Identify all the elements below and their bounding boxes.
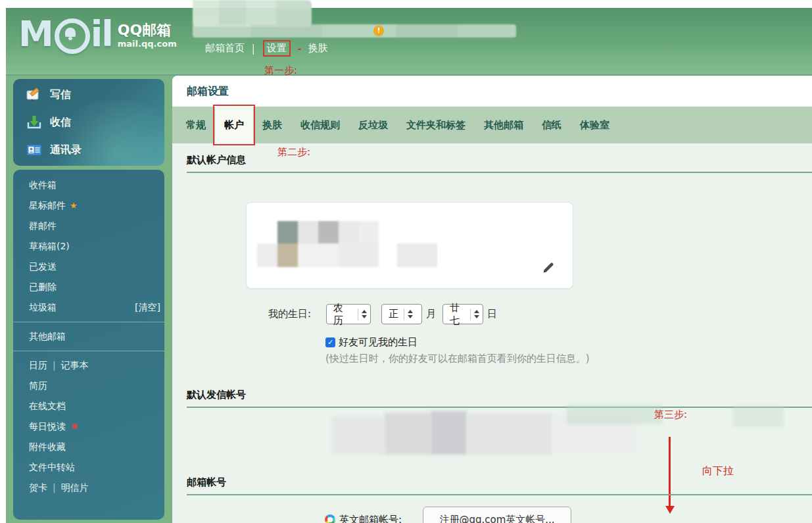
nav-settings-label: 设置 xyxy=(267,42,287,54)
tab-account[interactable]: 帐户 xyxy=(215,107,253,143)
sidebar-item-file-transfer[interactable]: 文件中转站 xyxy=(13,457,164,478)
nav-mail-home-link[interactable]: 邮箱首页 xyxy=(205,42,245,54)
sidebar-item-contacts[interactable]: 通讯录 xyxy=(13,136,164,164)
sidebar-item-receive-mail[interactable]: 收信 xyxy=(13,109,164,136)
scroll-down-arrow xyxy=(669,437,671,507)
attachments-label: 附件收藏 xyxy=(29,441,66,452)
mini-separator: | xyxy=(53,360,56,370)
english-account-row: 英文邮箱帐号: 注册@qq.com英文帐号... xyxy=(325,507,571,523)
birthday-visible-label: 好友可见我的生日 xyxy=(339,336,418,349)
birth-month-value: 正 xyxy=(389,308,398,320)
drafts-label: 草稿箱(2) xyxy=(29,241,70,251)
receive-mail-label: 收信 xyxy=(50,116,71,130)
brand-domain: mail.qq.com xyxy=(118,39,177,49)
sidebar-item-trash[interactable]: [清空] 垃圾箱 xyxy=(13,297,164,318)
inbox-arrow-icon xyxy=(26,114,42,130)
sidebar-item-cards: 贺卡|明信片 xyxy=(13,478,164,498)
qqmail-settings-page: M il QQ邮箱 mail.qq.com 邮箱首页 | 设置 - 换肤 第一步… xyxy=(0,0,812,523)
resume-label: 简历 xyxy=(29,380,47,391)
tab-antispam[interactable]: 反垃圾 xyxy=(349,107,397,143)
birthday-visibility-row: ✓ 好友可见我的生日 xyxy=(325,336,418,349)
birthday-visible-checkbox[interactable]: ✓ xyxy=(325,337,335,347)
calendar-type-value: 农历 xyxy=(333,302,352,327)
sidebar-item-inbox[interactable]: 收件箱 xyxy=(13,175,164,195)
nav-settings-link-annotated[interactable]: 设置 xyxy=(263,40,291,57)
sidebar-item-calendar-notes: 日历|记事本 xyxy=(13,355,164,376)
tab-lab[interactable]: 体验室 xyxy=(571,107,619,143)
settings-main-panel: 邮箱设置 常规 帐户 换肤 收信规则 反垃圾 文件夹和标签 其他邮箱 信纸 体验… xyxy=(172,76,812,523)
tab-skin[interactable]: 换肤 xyxy=(253,107,291,143)
logo-bell-icon xyxy=(55,18,90,54)
sidebar-item-online-docs[interactable]: 在线文档 xyxy=(13,396,164,416)
notes-link[interactable]: 记事本 xyxy=(61,360,89,370)
logo-letter-m: M xyxy=(18,16,53,52)
register-english-account-button[interactable]: 注册@qq.com英文帐号... xyxy=(423,507,571,523)
birth-month-select[interactable]: 正 xyxy=(381,304,422,324)
section-heading-default-sender: 默认发信帐号 xyxy=(187,389,812,408)
group-mail-label: 群邮件 xyxy=(29,220,57,231)
greeting-card-link[interactable]: 贺卡 xyxy=(29,482,47,493)
warning-icon[interactable]: ! xyxy=(373,26,384,36)
trash-label: 垃圾箱 xyxy=(29,302,57,312)
sidebar-item-group-mail[interactable]: 群邮件 xyxy=(13,216,164,236)
title-row: 邮箱设置 xyxy=(172,76,812,107)
tab-mail-rules[interactable]: 收信规则 xyxy=(291,107,349,143)
tab-other-mailbox[interactable]: 其他邮箱 xyxy=(475,107,533,143)
calendar-type-select[interactable]: 农历 xyxy=(326,304,371,324)
write-mail-label: 写信 xyxy=(50,88,71,102)
starred-label: 星标邮件 xyxy=(29,200,66,211)
header-nav: 邮箱首页 | 设置 - 换肤 xyxy=(205,40,327,57)
redacted-user-info-blur xyxy=(193,0,312,27)
contacts-card-icon xyxy=(26,142,42,158)
nav-skin-link[interactable]: 换肤 xyxy=(308,42,327,54)
birthday-label: 我的生日: xyxy=(268,308,311,320)
section-heading-mail-account: 邮箱帐号 xyxy=(187,476,812,495)
select-spinner-icon xyxy=(474,310,479,318)
annotation-step3: 第三步: xyxy=(654,409,687,421)
day-unit-label: 日 xyxy=(487,308,497,320)
sidebar-item-write-mail[interactable]: 写信 xyxy=(13,81,164,109)
app-header: M il QQ邮箱 mail.qq.com 邮箱首页 | 设置 - 换肤 第一步… xyxy=(6,8,812,76)
birth-day-value: 廿七 xyxy=(450,302,465,327)
redacted-account-blur xyxy=(247,203,573,288)
redacted-user-info-blur-strip xyxy=(193,24,516,37)
star-icon: ★ xyxy=(70,201,78,211)
account-info-card xyxy=(246,202,573,289)
sidebar-item-other-mailbox[interactable]: 其他邮箱 xyxy=(13,326,164,347)
tab-general[interactable]: 常规 xyxy=(177,107,215,143)
sidebar-item-resume[interactable]: 简历 xyxy=(13,376,164,396)
inbox-label: 收件箱 xyxy=(29,180,57,190)
deleted-label: 已删除 xyxy=(29,282,57,292)
tab-stationery[interactable]: 信纸 xyxy=(533,107,571,143)
select-spinner-icon xyxy=(408,310,413,318)
birth-day-select[interactable]: 廿七 xyxy=(442,304,483,324)
qqmail-logo[interactable]: M il QQ邮箱 mail.qq.com xyxy=(18,14,177,54)
nav-separator: | xyxy=(252,43,255,55)
sidebar-divider xyxy=(13,322,164,322)
sidebar-folders-panel: 收件箱 星标邮件★ 群邮件 草稿箱(2) 已发送 已删除 [清空] 垃圾箱 其他… xyxy=(13,170,164,520)
edit-pencil-icon[interactable] xyxy=(541,261,556,275)
sidebar-item-daily-read[interactable]: 每日悦读 xyxy=(13,416,164,437)
contacts-label: 通讯录 xyxy=(50,143,82,157)
daily-read-label: 每日悦读 xyxy=(29,421,66,432)
compose-pencil-icon xyxy=(26,87,42,103)
postcard-link[interactable]: 明信片 xyxy=(61,482,89,493)
settings-tab-bar: 常规 帐户 换肤 收信规则 反垃圾 文件夹和标签 其他邮箱 信纸 体验室 xyxy=(172,107,812,143)
section-heading-default-account-info: 默认帐户信息 xyxy=(187,154,812,173)
sidebar-item-starred[interactable]: 星标邮件★ xyxy=(13,195,164,216)
trash-empty-action[interactable]: [清空] xyxy=(135,297,160,318)
calendar-link[interactable]: 日历 xyxy=(29,360,47,370)
sidebar-item-sent[interactable]: 已发送 xyxy=(13,257,164,277)
english-account-label: 英文邮箱帐号: xyxy=(339,514,402,523)
nav-dash: - xyxy=(297,43,301,55)
tab-folders-labels[interactable]: 文件夹和标签 xyxy=(397,107,475,143)
sidebar-compose-panel: 写信 收信 通讯录 xyxy=(13,79,164,166)
qq-account-color-icon xyxy=(325,514,335,523)
sent-label: 已发送 xyxy=(29,261,57,272)
month-unit-label: 月 xyxy=(426,308,436,320)
sidebar-item-deleted[interactable]: 已删除 xyxy=(13,277,164,297)
sidebar-divider xyxy=(13,351,164,351)
sidebar-item-attachments[interactable]: 附件收藏 xyxy=(13,437,164,457)
sidebar-item-drafts[interactable]: 草稿箱(2) xyxy=(13,236,164,257)
brand-name: QQ邮箱 xyxy=(118,22,177,39)
